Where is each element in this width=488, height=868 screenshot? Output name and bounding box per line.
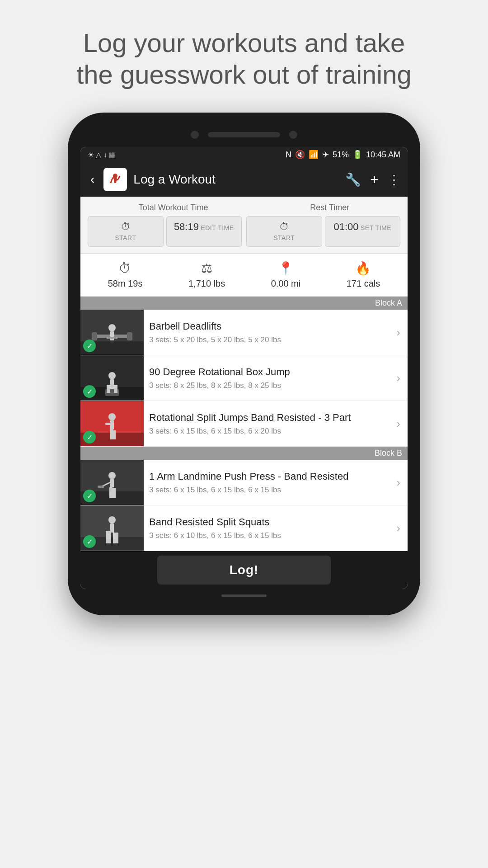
set-time-label: SET TIME [361, 224, 391, 231]
workout-time-value: 58:19 [174, 221, 199, 232]
edit-time-button[interactable]: 58:19 EDIT TIME [166, 216, 242, 247]
svg-rect-9 [107, 337, 117, 339]
more-menu-button[interactable]: ⋮ [388, 172, 400, 187]
exercise-detail-chevron[interactable]: › [389, 521, 408, 535]
timer-buttons: ⏱ START 58:19 EDIT TIME ⏱ START [88, 216, 400, 247]
svg-rect-14 [110, 379, 114, 389]
svg-rect-22 [110, 429, 113, 439]
timer-labels: Total Workout Time Rest Timer [88, 203, 400, 212]
log-workout-button[interactable]: Log! [157, 556, 331, 585]
svg-rect-21 [105, 423, 112, 425]
svg-rect-8 [110, 331, 114, 340]
battery-level: 51% [333, 150, 349, 160]
exercise-sets: 3 sets: 6 x 15 lbs, 6 x 15 lbs, 6 x 20 l… [149, 427, 384, 436]
svg-rect-23 [113, 430, 116, 439]
exercise-item[interactable]: ✓Barbell Deadlifts3 sets: 5 x 20 lbs, 5 … [80, 310, 408, 355]
set-rest-time-button[interactable]: 01:00 SET TIME [325, 216, 401, 247]
tagline-line2: the guesswork out of training [76, 60, 412, 89]
duration-stat: ⏱ 58m 19s [108, 261, 143, 289]
phone-bottom-bar [80, 589, 408, 602]
exercise-detail-chevron[interactable]: › [389, 371, 408, 385]
svg-point-1 [113, 174, 117, 178]
exercise-info: Rotational Split Jumps Band Resisted - 3… [144, 405, 389, 443]
exercise-info: 90 Degree Rotational Box Jump3 sets: 8 x… [144, 359, 389, 397]
exercise-thumbnail: ✓ [80, 401, 144, 446]
svg-point-34 [108, 516, 116, 524]
fire-icon: 🔥 [355, 261, 371, 276]
completed-badge: ✓ [83, 340, 96, 352]
stats-row: ⏱ 58m 19s ⚖ 1,710 lbs 📍 0.00 mi 🔥 171 ca… [80, 254, 408, 297]
sound-icon: 🔇 [295, 150, 305, 160]
block-label-0: Block A [80, 297, 408, 310]
exercise-sets: 3 sets: 5 x 20 lbs, 5 x 20 lbs, 5 x 20 l… [149, 335, 384, 344]
rest-timer-icon: ⏱ [247, 221, 322, 233]
exercise-info: Band Resisted Split Squats3 sets: 6 x 10… [144, 509, 389, 547]
app-bar: ‹ Log a Workout 🔧 + ⋮ [80, 162, 408, 197]
svg-rect-27 [110, 479, 114, 487]
exercise-thumbnail: ✓ [80, 310, 144, 355]
svg-rect-31 [113, 488, 116, 498]
svg-rect-16 [114, 385, 117, 393]
distance-value: 0.00 mi [271, 278, 301, 289]
weight-icon: ⚖ [201, 261, 212, 276]
completed-badge: ✓ [83, 490, 96, 502]
exercise-thumbnail: ✓ [80, 505, 144, 551]
notification-icons: ☀ △ ↓ ▦ [88, 151, 116, 159]
status-icons-left: ☀ △ ↓ ▦ [88, 151, 116, 159]
calories-stat: 🔥 171 cals [347, 261, 380, 289]
phone-top-bar [80, 126, 408, 147]
svg-rect-5 [92, 332, 97, 340]
exercise-sets: 3 sets: 8 x 25 lbs, 8 x 25 lbs, 8 x 25 l… [149, 381, 384, 390]
rest-start-label: START [273, 234, 295, 241]
app-bar-actions: 🔧 + ⋮ [345, 171, 400, 188]
total-timer-group: ⏱ START 58:19 EDIT TIME [88, 216, 242, 247]
duration-value: 58m 19s [108, 278, 143, 289]
start-label: START [115, 234, 136, 241]
exercise-name: Rotational Split Jumps Band Resisted - 3… [149, 411, 384, 425]
exercise-detail-chevron[interactable]: › [389, 417, 408, 431]
nfc-icon: N [286, 150, 291, 160]
calories-value: 171 cals [347, 278, 380, 289]
wifi-icon: 📶 [309, 150, 319, 160]
back-button[interactable]: ‹ [88, 172, 97, 187]
airplane-icon: ✈ [322, 150, 329, 160]
exercise-item[interactable]: ✓Band Resisted Split Squats3 sets: 6 x 1… [80, 505, 408, 551]
edit-time-label: EDIT TIME [201, 224, 234, 231]
workout-timers-section: Total Workout Time Rest Timer ⏱ START 58… [80, 197, 408, 254]
exercise-detail-chevron[interactable]: › [389, 476, 408, 490]
exercise-name: 90 Degree Rotational Box Jump [149, 366, 384, 379]
rest-timer-group: ⏱ START 01:00 SET TIME [246, 216, 400, 247]
completed-badge: ✓ [83, 385, 96, 398]
timer-icon: ⏱ [88, 221, 163, 233]
home-indicator [221, 594, 267, 597]
stopwatch-icon: ⏱ [119, 261, 131, 276]
exercise-info: Barbell Deadlifts3 sets: 5 x 20 lbs, 5 x… [144, 314, 389, 351]
exercise-item[interactable]: ✓1 Arm Landmine Push Press - Band Resist… [80, 460, 408, 505]
block-label-1: Block B [80, 447, 408, 460]
svg-rect-36 [106, 531, 111, 543]
exercise-info: 1 Arm Landmine Push Press - Band Resiste… [144, 464, 389, 501]
svg-point-19 [108, 413, 116, 420]
phone-screen: ☀ △ ↓ ▦ N 🔇 📶 ✈ 51% 🔋 10:45 AM ‹ [80, 147, 408, 589]
weight-value: 1,710 lbs [188, 278, 225, 289]
rest-time-value: 01:00 [333, 221, 358, 232]
tagline-line1: Log your workouts and take [83, 28, 405, 57]
add-exercise-button[interactable]: + [370, 171, 379, 188]
wrench-icon[interactable]: 🔧 [345, 172, 361, 187]
start-workout-timer-button[interactable]: ⏱ START [88, 216, 164, 247]
exercise-item[interactable]: ✓Rotational Split Jumps Band Resisted - … [80, 401, 408, 447]
speaker-grille [208, 132, 280, 137]
distance-stat: 📍 0.00 mi [271, 261, 301, 289]
exercise-item[interactable]: ✓90 Degree Rotational Box Jump3 sets: 8 … [80, 355, 408, 401]
start-rest-timer-button[interactable]: ⏱ START [246, 216, 322, 247]
camera-dot [191, 131, 199, 139]
svg-point-13 [108, 372, 116, 379]
exercise-detail-chevron[interactable]: › [389, 326, 408, 340]
svg-point-7 [108, 324, 116, 331]
exercise-list: Block A ✓Barbell Deadlifts3 sets: 5 x 20… [80, 297, 408, 551]
tagline: Log your workouts and take the guesswork… [40, 0, 448, 113]
exercise-thumbnail: ✓ [80, 355, 144, 401]
completed-badge: ✓ [83, 431, 96, 443]
app-logo [103, 168, 127, 191]
svg-rect-37 [113, 533, 118, 543]
